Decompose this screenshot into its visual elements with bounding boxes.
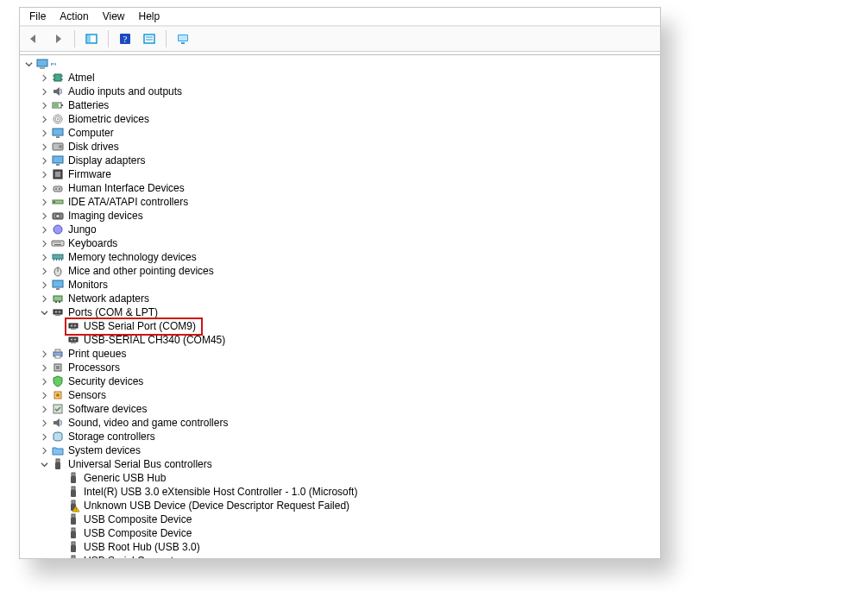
toolbar-separator xyxy=(166,30,167,47)
menu-view[interactable]: View xyxy=(97,9,131,23)
tree-item-usb_root[interactable]: USB Root Hub (USB 3.0) xyxy=(54,540,660,554)
usb-icon xyxy=(66,540,80,554)
tree-root[interactable] xyxy=(23,57,660,71)
collapse-icon[interactable] xyxy=(39,459,49,469)
expand-icon[interactable] xyxy=(39,155,49,166)
tree-item-computer[interactable]: Computer xyxy=(39,126,660,140)
usb-icon xyxy=(66,485,80,499)
svg-point-22 xyxy=(57,118,59,120)
svg-rect-50 xyxy=(61,259,62,261)
tree-item-batteries[interactable]: Batteries xyxy=(39,98,660,112)
tree-item-usb_comp2[interactable]: USB Composite Device xyxy=(54,526,660,540)
device-manager-window: File Action View Help xyxy=(19,7,661,559)
tree-item-firmware[interactable]: Firmware xyxy=(39,167,660,181)
svg-rect-47 xyxy=(53,259,54,261)
tree-item-usb[interactable]: Universal Serial Bus controllers xyxy=(39,457,660,471)
tree-item-label: Atmel xyxy=(68,71,95,85)
tree-item-usb_xhci[interactable]: Intel(R) USB 3.0 eXtensible Host Control… xyxy=(54,485,660,499)
expand-icon[interactable] xyxy=(39,280,49,290)
expand-icon[interactable] xyxy=(39,86,49,97)
svg-rect-69 xyxy=(71,342,76,343)
expand-icon[interactable] xyxy=(39,376,49,387)
expand-icon[interactable] xyxy=(39,390,49,400)
tree-item-imaging[interactable]: Imaging devices xyxy=(39,209,660,223)
expand-icon[interactable] xyxy=(39,128,49,138)
tree-item-biometric[interactable]: Biometric devices xyxy=(39,112,660,126)
console-tree-icon xyxy=(85,32,98,46)
forward-button[interactable] xyxy=(47,28,68,49)
menu-bar: File Action View Help xyxy=(20,8,660,26)
expand-icon[interactable] xyxy=(39,404,49,414)
expand-icon[interactable] xyxy=(39,169,49,179)
svg-rect-27 xyxy=(53,156,63,163)
expand-icon[interactable] xyxy=(39,252,49,262)
expand-icon[interactable] xyxy=(39,183,49,193)
tree-item-proc[interactable]: Processors xyxy=(39,361,660,374)
tree-item-jungo[interactable]: Jungo xyxy=(39,223,660,236)
tree-item-port_ch340[interactable]: USB-SERIAL CH340 (COM45) xyxy=(54,333,660,347)
tree-item-netadapt[interactable]: Network adapters xyxy=(39,292,660,305)
svg-point-67 xyxy=(71,339,72,341)
tree-item-usb_serial[interactable]: USB Serial Converter xyxy=(54,554,660,558)
menu-file[interactable]: File xyxy=(23,9,52,23)
menu-file-label: File xyxy=(29,10,46,22)
tree-item-memtech[interactable]: Memory technology devices xyxy=(39,250,660,264)
help-button[interactable]: ? xyxy=(115,28,135,49)
tree-item-mice[interactable]: Mice and other pointing devices xyxy=(39,264,660,278)
expand-icon[interactable] xyxy=(39,72,49,83)
tree-item-sec[interactable]: Security devices xyxy=(39,374,660,388)
console-tree-button[interactable] xyxy=(81,28,102,49)
shield-icon xyxy=(51,374,65,388)
expand-icon[interactable] xyxy=(39,211,49,221)
cpu-icon xyxy=(51,361,65,374)
tree-item-label: Monitors xyxy=(68,278,108,292)
expand-icon[interactable] xyxy=(39,238,49,248)
tree-item-printq[interactable]: Print queues xyxy=(39,347,660,361)
expand-icon[interactable] xyxy=(39,418,49,428)
expand-icon[interactable] xyxy=(39,362,49,373)
tree-item-ide[interactable]: IDE ATA/ATAPI controllers xyxy=(39,195,660,209)
menu-action[interactable]: Action xyxy=(53,9,94,23)
expand-icon[interactable] xyxy=(39,349,49,359)
tree-item-usb_comp1[interactable]: USB Composite Device xyxy=(54,512,660,526)
tree-item-label: Generic USB Hub xyxy=(84,471,166,485)
menu-help[interactable]: Help xyxy=(133,9,167,23)
help-icon: ? xyxy=(118,32,132,46)
tree-item-label: Human Interface Devices xyxy=(68,181,185,195)
expand-icon[interactable] xyxy=(39,224,49,235)
collapse-icon[interactable] xyxy=(39,307,49,318)
chip-icon xyxy=(51,71,65,85)
expand-icon[interactable] xyxy=(39,141,49,152)
tree-item-audio[interactable]: Audio inputs and outputs xyxy=(39,85,660,98)
tree-item-port_usb9[interactable]: USB Serial Port (COM9) xyxy=(54,319,660,333)
back-button[interactable] xyxy=(23,28,44,49)
disk-icon xyxy=(51,140,65,154)
tree-item-monitors[interactable]: Monitors xyxy=(39,278,660,292)
tree-item-soft[interactable]: Software devices xyxy=(39,402,660,416)
tree-item-svg[interactable]: Sound, video and game controllers xyxy=(39,416,660,430)
tree-item-display[interactable]: Display adapters xyxy=(39,154,660,167)
properties-button[interactable] xyxy=(139,28,160,49)
expand-icon[interactable] xyxy=(39,431,49,442)
expand-icon[interactable] xyxy=(39,445,49,456)
expand-icon[interactable] xyxy=(39,197,49,207)
collapse-icon[interactable] xyxy=(23,59,34,69)
expand-icon[interactable] xyxy=(39,114,49,124)
expand-icon[interactable] xyxy=(39,100,49,110)
tree-item-atmel[interactable]: Atmel xyxy=(39,71,660,85)
expand-icon[interactable] xyxy=(39,293,49,304)
tree-item-keyboards[interactable]: Keyboards xyxy=(39,236,660,250)
tree-item-usb_hub[interactable]: Generic USB Hub xyxy=(54,471,660,485)
svg-rect-24 xyxy=(56,136,60,138)
tree-item-storage[interactable]: Storage controllers xyxy=(39,430,660,443)
tree-item-hid[interactable]: Human Interface Devices xyxy=(39,181,660,195)
finger-icon xyxy=(51,112,65,126)
tree-item-disk[interactable]: Disk drives xyxy=(39,140,660,154)
tree-item-usb_unknown[interactable]: !Unknown USB Device (Device Descriptor R… xyxy=(54,499,660,512)
tree-item-sysdev[interactable]: System devices xyxy=(39,443,660,457)
tree-item-sensors[interactable]: Sensors xyxy=(39,388,660,402)
arrow-left-icon xyxy=(27,32,41,46)
scan-hardware-button[interactable] xyxy=(173,28,193,49)
device-tree[interactable]: AtmelAudio inputs and outputsBatteriesBi… xyxy=(20,54,660,558)
expand-icon[interactable] xyxy=(39,266,49,276)
